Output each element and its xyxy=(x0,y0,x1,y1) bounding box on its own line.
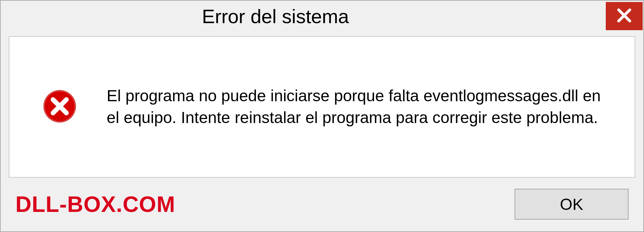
error-dialog: Error del sistema El programa no puede i… xyxy=(0,0,644,232)
titlebar: Error del sistema xyxy=(1,1,643,32)
content-panel: El programa no puede iniciarse porque fa… xyxy=(9,36,635,178)
error-message: El programa no puede iniciarse porque fa… xyxy=(107,85,608,129)
ok-button[interactable]: OK xyxy=(515,189,629,220)
dialog-footer: DLL-BOX.COM OK xyxy=(1,184,643,231)
close-icon xyxy=(616,7,633,25)
error-icon xyxy=(43,90,76,124)
close-button[interactable] xyxy=(606,2,643,30)
dialog-title: Error del sistema xyxy=(202,5,349,27)
watermark-text: DLL-BOX.COM xyxy=(15,191,175,217)
